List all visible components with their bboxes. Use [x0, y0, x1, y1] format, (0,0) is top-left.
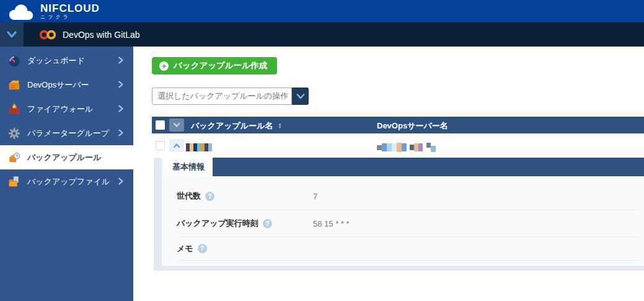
bulk-action-select[interactable]: 選択したバックアップルールの操作	[152, 88, 292, 105]
table-row[interactable]	[152, 133, 644, 158]
gear-icon	[7, 127, 21, 140]
sidebar-item-parameter-group[interactable]: パラメーターグループ	[0, 121, 133, 145]
sidebar-item-devops-server[interactable]: DevOpsサーバー	[0, 73, 133, 97]
chevron-right-icon	[117, 104, 125, 113]
sidebar-item-firewall[interactable]: ファイアウォール	[0, 97, 133, 121]
backup-file-icon	[7, 175, 21, 189]
column-header-rule-name[interactable]: バックアップルール名 ▲ ▼	[191, 120, 281, 132]
create-backup-rule-button[interactable]: + バックアップルール作成	[152, 57, 277, 74]
bulk-action-dropdown: 選択したバックアップルールの操作	[152, 88, 309, 105]
redacted-rule-name	[186, 143, 212, 151]
field-row-generations: 世代数 ? 7	[177, 182, 638, 210]
chevron-up-icon	[173, 143, 180, 148]
backup-rule-table: バックアップルール名 ▲ ▼ DevOpsサーバー名	[152, 117, 644, 158]
server-icon	[7, 78, 21, 92]
help-icon[interactable]: ?	[263, 219, 272, 228]
expand-all-button[interactable]	[169, 119, 184, 132]
plus-icon: +	[159, 61, 169, 71]
nifcloud-logo[interactable]: NIFCLOUD ニフクラ	[6, 1, 100, 22]
chevron-down-icon	[6, 30, 17, 39]
top-brand-bar: NIFCLOUD ニフクラ	[0, 0, 644, 22]
chevron-right-icon	[117, 56, 125, 65]
chevron-down-icon	[173, 122, 180, 128]
main-content: + バックアップルール作成 選択したバックアップルールの操作 バックアップルール…	[133, 47, 644, 301]
brand-name: NIFCLOUD	[40, 4, 100, 13]
field-label: メモ	[177, 243, 193, 254]
service-title: DevOps with GitLab	[63, 30, 140, 40]
dashboard-icon	[7, 54, 21, 68]
rule-detail-panel: 基本情報 世代数 ? 7 バックアップ実行時刻 ? 58 15 * * *	[154, 158, 644, 271]
field-label: バックアップ実行時刻	[177, 218, 258, 229]
field-row-memo: メモ ?	[177, 237, 638, 261]
tabbar-filler	[213, 158, 644, 176]
select-all-checkbox[interactable]	[156, 120, 165, 130]
field-value: 7	[313, 192, 317, 201]
chevron-right-icon	[117, 128, 125, 137]
detail-tabbar: 基本情報	[162, 158, 644, 176]
field-label: 世代数	[177, 191, 201, 202]
row-checkbox[interactable]	[156, 141, 165, 150]
redacted-server-name	[377, 143, 436, 152]
help-icon[interactable]: ?	[205, 192, 214, 201]
collapse-row-button[interactable]	[169, 139, 184, 152]
brand-subtitle: ニフクラ	[40, 14, 100, 20]
chevron-right-icon	[117, 80, 125, 89]
tab-basic-info[interactable]: 基本情報	[164, 158, 213, 176]
field-row-backup-time: バックアップ実行時刻 ? 58 15 * * *	[177, 210, 638, 237]
sidebar-item-backup-file[interactable]: バックアップファイル	[0, 169, 133, 194]
sort-icon: ▲ ▼	[278, 123, 281, 129]
service-menu-toggle[interactable]	[0, 22, 24, 47]
service-bar: DevOps with GitLab	[0, 22, 644, 47]
sidebar-item-dashboard[interactable]: ダッシュボード	[0, 48, 133, 73]
devops-infinity-icon	[38, 29, 57, 41]
chevron-down-icon	[296, 93, 305, 100]
column-header-server-name: DevOpsサーバー名	[377, 120, 448, 132]
firewall-icon	[7, 102, 21, 116]
table-header-row: バックアップルール名 ▲ ▼ DevOpsサーバー名	[152, 117, 644, 133]
bulk-action-chevron-button[interactable]	[292, 88, 309, 105]
field-value: 58 15 * * *	[313, 219, 350, 228]
help-icon[interactable]: ?	[198, 244, 207, 253]
sidebar: ダッシュボード DevOpsサーバー ファイアウォール	[0, 47, 133, 301]
sidebar-item-backup-rule[interactable]: バックアップルール	[0, 145, 133, 169]
cloud-icon	[6, 3, 36, 22]
backup-rule-icon	[7, 151, 21, 164]
chevron-right-icon	[117, 177, 125, 186]
